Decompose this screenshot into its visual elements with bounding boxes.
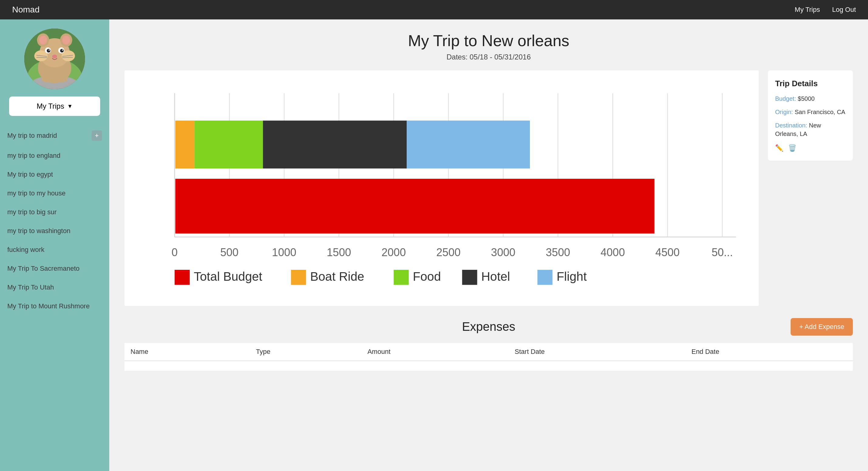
trip-name: My trip to madrid [7, 132, 57, 139]
detail-actions: ✏️ 🗑️ [775, 144, 845, 152]
svg-point-8 [39, 35, 47, 44]
svg-point-10 [62, 35, 70, 44]
svg-text:2000: 2000 [381, 246, 406, 258]
trip-name: My Trip To Sacremaneto [7, 264, 80, 273]
trip-name: my trip to my house [7, 189, 66, 197]
svg-text:4500: 4500 [655, 246, 680, 258]
bar-chart: 0 500 1000 1500 2000 2500 3000 3500 4000… [133, 80, 750, 299]
list-item[interactable]: my trip to england [7, 146, 102, 165]
origin-label: Origin: [775, 108, 793, 115]
svg-text:0: 0 [172, 246, 178, 258]
trip-name: my trip to england [7, 152, 60, 160]
svg-text:Flight: Flight [557, 270, 587, 283]
list-item[interactable]: My Trip To Utah [7, 278, 102, 297]
my-trips-label: My Trips [37, 102, 64, 111]
sidebar: My Trips ▼ My trip to madrid+my trip to … [0, 20, 109, 471]
list-item[interactable]: my trip to my house [7, 184, 102, 203]
svg-rect-60 [537, 270, 553, 285]
svg-text:Hotel: Hotel [482, 270, 510, 283]
svg-rect-39 [407, 121, 530, 168]
svg-text:3500: 3500 [546, 246, 570, 258]
svg-text:Food: Food [413, 270, 441, 283]
svg-rect-40 [176, 179, 655, 233]
col-name: Name [124, 343, 250, 361]
expenses-section: Expenses + Add Expense Name Type Amount … [124, 318, 853, 371]
nav-links: My Trips Log Out [795, 6, 856, 14]
col-type: Type [250, 343, 361, 361]
destination-label: Destination: [775, 122, 807, 129]
svg-line-19 [36, 57, 47, 58]
svg-text:Total Budget: Total Budget [194, 270, 262, 283]
svg-text:50...: 50... [712, 246, 733, 258]
bar-chart-container: 0 500 1000 1500 2000 2500 3000 3500 4000… [124, 70, 759, 306]
svg-point-14 [60, 49, 64, 53]
svg-point-16 [62, 50, 63, 51]
list-item[interactable]: my trip to washington [7, 222, 102, 240]
detail-budget: Budget: $5000 [775, 94, 845, 103]
col-end-date: End Date [685, 343, 853, 361]
delete-button[interactable]: 🗑️ [788, 144, 796, 152]
svg-text:1500: 1500 [327, 246, 351, 258]
detail-origin: Origin: San Francisco, CA [775, 108, 845, 116]
avatar-image [24, 29, 85, 89]
trip-details-card: Trip Details Budget: $5000 Origin: San F… [768, 70, 853, 161]
list-item[interactable]: my trip to big sur [7, 203, 102, 222]
svg-rect-58 [462, 270, 477, 285]
trip-name: My Trip to Mount Rushmore [7, 302, 90, 310]
expenses-table-body [124, 361, 853, 371]
brand-logo: Nomad [12, 5, 39, 14]
budget-value: $5000 [798, 95, 815, 102]
svg-point-23 [57, 75, 68, 82]
avatar [24, 29, 85, 89]
my-trips-dropdown[interactable]: My Trips ▼ [9, 96, 100, 116]
list-item[interactable]: My Trip To Sacremaneto [7, 259, 102, 278]
chevron-down-icon: ▼ [67, 103, 72, 109]
expenses-table-header: Name Type Amount Start Date End Date [124, 343, 853, 361]
svg-rect-38 [263, 121, 407, 168]
nav-my-trips[interactable]: My Trips [795, 6, 820, 14]
trip-details-title: Trip Details [775, 79, 845, 88]
trip-name: my trip to washington [7, 227, 70, 235]
svg-text:500: 500 [220, 246, 239, 258]
navbar: Nomad My Trips Log Out [0, 0, 868, 20]
nav-logout[interactable]: Log Out [832, 6, 856, 14]
budget-label: Budget: [775, 95, 796, 102]
svg-rect-54 [291, 270, 306, 285]
chart-row: 0 500 1000 1500 2000 2500 3000 3500 4000… [124, 70, 853, 306]
origin-value: San Francisco, CA [795, 108, 845, 115]
list-item[interactable]: My trip to madrid+ [7, 125, 102, 146]
edit-button[interactable]: ✏️ [775, 144, 783, 152]
trip-name: My Trip To Utah [7, 283, 54, 291]
trip-dates: Dates: 05/18 - 05/31/2016 [124, 53, 853, 61]
svg-text:Boat Ride: Boat Ride [310, 270, 364, 283]
list-item[interactable]: My Trip to Mount Rushmore [7, 297, 102, 316]
svg-point-22 [41, 75, 53, 82]
trip-name: My trip to egypt [7, 170, 53, 179]
svg-point-13 [47, 49, 51, 53]
trip-title: My Trip to New orleans [124, 32, 853, 50]
expenses-title: Expenses [367, 320, 610, 334]
svg-rect-52 [175, 270, 190, 285]
svg-rect-36 [176, 121, 194, 168]
col-start-date: Start Date [509, 343, 685, 361]
list-item[interactable]: fucking work [7, 240, 102, 259]
trip-name: fucking work [7, 246, 44, 254]
svg-point-15 [49, 50, 50, 51]
expenses-header: Expenses + Add Expense [124, 318, 853, 336]
detail-destination: Destination: New Orleans, LA [775, 121, 845, 138]
svg-text:2500: 2500 [436, 246, 460, 258]
col-amount: Amount [362, 343, 509, 361]
svg-line-21 [62, 57, 73, 58]
expenses-table: Name Type Amount Start Date End Date [124, 343, 853, 371]
svg-rect-56 [394, 270, 409, 285]
svg-text:1000: 1000 [272, 246, 296, 258]
svg-rect-37 [194, 121, 263, 168]
table-row [124, 361, 853, 371]
trip-list: My trip to madrid+my trip to englandMy t… [0, 125, 109, 316]
svg-text:3000: 3000 [491, 246, 515, 258]
add-expense-button[interactable]: + Add Expense [790, 318, 853, 336]
main-layout: My Trips ▼ My trip to madrid+my trip to … [0, 20, 868, 471]
list-item[interactable]: My trip to egypt [7, 165, 102, 184]
svg-text:4000: 4000 [600, 246, 625, 258]
add-trip-button[interactable]: + [92, 130, 102, 141]
